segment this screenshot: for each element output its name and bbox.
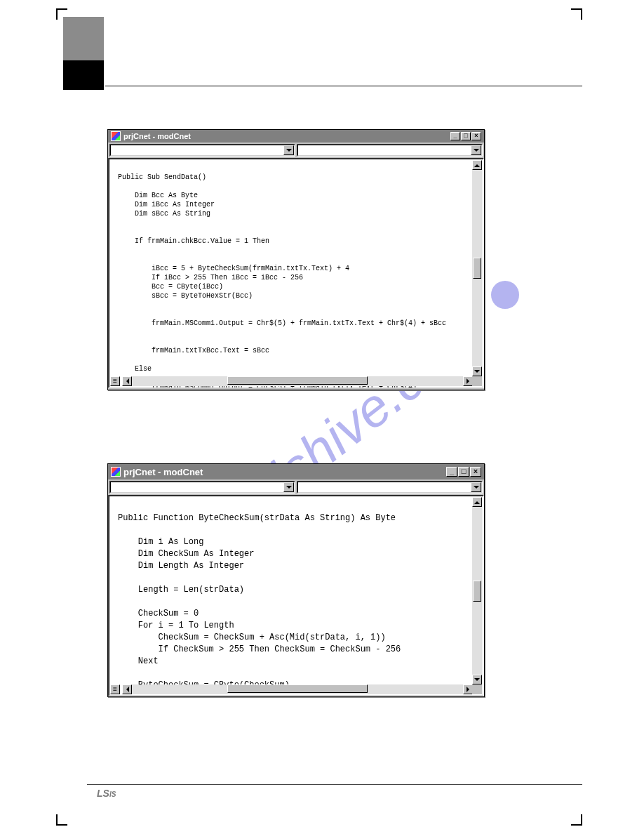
- chevron-down-icon[interactable]: [283, 482, 294, 492]
- horizontal-scrollbar[interactable]: [122, 376, 473, 386]
- footer-logo: LSIS: [97, 788, 116, 799]
- proc-view-button[interactable]: ≡: [110, 376, 120, 386]
- object-proc-selectors: [108, 143, 484, 158]
- code-text[interactable]: Public Sub SendData() Dim Bcc As Byte Di…: [109, 159, 483, 388]
- code-text[interactable]: Public Function ByteCheckSum(strData As …: [109, 496, 483, 696]
- scroll-down-icon[interactable]: [472, 675, 482, 684]
- scroll-right-icon[interactable]: [463, 684, 473, 694]
- code-window-senddata: prjCnet - modCnet _ □ × Public Sub SendD…: [107, 129, 485, 390]
- code-editor[interactable]: Public Sub SendData() Dim Bcc As Byte Di…: [108, 158, 484, 388]
- crop-mark-br: [571, 814, 582, 826]
- svg-point-1: [491, 281, 519, 309]
- scroll-down-icon[interactable]: [472, 366, 482, 376]
- object-combo[interactable]: [109, 481, 295, 494]
- vertical-scrollbar[interactable]: [472, 497, 482, 684]
- maximize-button[interactable]: □: [461, 132, 471, 140]
- vb-module-icon: [111, 131, 121, 141]
- code-window-bytechecksum: prjCnet - modCnet _ □ × Public Function …: [107, 463, 485, 697]
- scroll-right-icon[interactable]: [463, 376, 473, 386]
- window-title: prjCnet - modCnet: [123, 467, 203, 477]
- procedure-combo[interactable]: [297, 481, 483, 494]
- code-editor[interactable]: Public Function ByteCheckSum(strData As …: [108, 495, 484, 696]
- chevron-down-icon[interactable]: [283, 145, 294, 155]
- vertical-scrollbar[interactable]: [472, 160, 482, 376]
- crop-mark-tr: [571, 8, 582, 20]
- chevron-down-icon[interactable]: [471, 482, 481, 492]
- proc-view-button[interactable]: ≡: [110, 684, 120, 694]
- scroll-up-icon[interactable]: [472, 160, 482, 170]
- scroll-up-icon[interactable]: [472, 497, 482, 507]
- chevron-down-icon[interactable]: [471, 145, 481, 155]
- vb-module-icon: [111, 467, 121, 477]
- scroll-left-icon[interactable]: [122, 684, 132, 694]
- object-proc-selectors: [108, 479, 484, 495]
- minimize-button[interactable]: _: [446, 467, 457, 477]
- minimize-button[interactable]: _: [450, 132, 460, 140]
- close-button[interactable]: ×: [471, 132, 481, 140]
- scroll-thumb[interactable]: [473, 258, 481, 279]
- titlebar[interactable]: prjCnet - modCnet _ □ ×: [108, 130, 484, 143]
- header-rule: [105, 86, 582, 86]
- footer-rule: [87, 784, 582, 785]
- horizontal-scrollbar[interactable]: [122, 684, 473, 694]
- scroll-thumb[interactable]: [227, 684, 368, 693]
- maximize-button[interactable]: □: [458, 467, 469, 477]
- scroll-thumb[interactable]: [473, 581, 481, 602]
- window-title: prjCnet - modCnet: [123, 132, 191, 140]
- crop-mark-bl: [56, 814, 67, 826]
- scroll-left-icon[interactable]: [122, 376, 132, 386]
- scroll-corner: [472, 684, 482, 694]
- close-button[interactable]: ×: [470, 467, 481, 477]
- scroll-corner: [472, 376, 482, 386]
- object-combo[interactable]: [109, 144, 295, 157]
- page-tab-black: [63, 60, 104, 90]
- titlebar[interactable]: prjCnet - modCnet _ □ ×: [108, 464, 484, 479]
- procedure-combo[interactable]: [297, 144, 483, 157]
- scroll-thumb[interactable]: [227, 376, 368, 385]
